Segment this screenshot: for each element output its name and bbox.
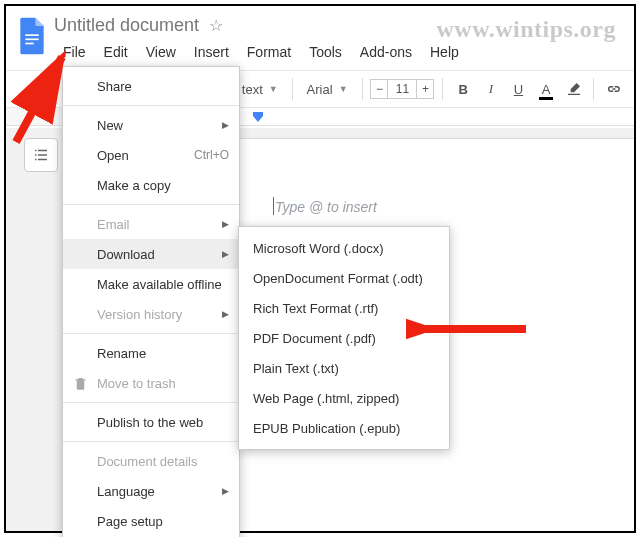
indent-marker-icon[interactable] (253, 110, 263, 126)
download-option-opendocument-format-odt[interactable]: OpenDocument Format (.odt) (239, 263, 449, 293)
menu-separator (63, 333, 239, 334)
menu-tools[interactable]: Tools (300, 40, 351, 64)
download-submenu: Microsoft Word (.docx)OpenDocument Forma… (238, 226, 450, 450)
menu-file[interactable]: File (54, 40, 95, 64)
menu-shortcut: Ctrl+O (194, 148, 229, 162)
font-size-decrease-button[interactable]: − (370, 79, 388, 99)
file-menu-publish-to-the-web[interactable]: Publish to the web (63, 407, 239, 437)
menu-separator (63, 204, 239, 205)
file-menu-version-history: Version history▶ (63, 299, 239, 329)
menu-item-label: Rename (97, 346, 146, 361)
menu-addons[interactable]: Add-ons (351, 40, 421, 64)
underline-button[interactable]: U (507, 75, 531, 103)
trash-icon (71, 374, 89, 392)
menu-item-label: Make available offline (97, 277, 222, 292)
italic-button[interactable]: I (479, 75, 503, 103)
download-option-rich-text-format-rtf[interactable]: Rich Text Format (.rtf) (239, 293, 449, 323)
menu-help[interactable]: Help (421, 40, 468, 64)
svg-rect-2 (25, 43, 33, 45)
text-color-button[interactable]: A (534, 75, 558, 103)
file-menu-document-details: Document details (63, 446, 239, 476)
file-menu-open[interactable]: OpenCtrl+O (63, 140, 239, 170)
toolbar-separator (442, 78, 443, 100)
font-family-label: Arial (307, 82, 333, 97)
document-title[interactable]: Untitled document (54, 15, 199, 36)
text-cursor (273, 197, 274, 215)
download-option-web-page-html-zipped[interactable]: Web Page (.html, zipped) (239, 383, 449, 413)
menu-item-label: Open (97, 148, 129, 163)
file-menu-make-a-copy[interactable]: Make a copy (63, 170, 239, 200)
menu-item-label: Publish to the web (97, 415, 203, 430)
document-outline-button[interactable] (24, 138, 58, 172)
menu-separator (63, 441, 239, 442)
file-menu-language[interactable]: Language▶ (63, 476, 239, 506)
file-menu-share[interactable]: Share (63, 71, 239, 101)
page-placeholder: Type @ to insert (275, 199, 377, 215)
toolbar-separator (593, 78, 594, 100)
chevron-right-icon: ▶ (222, 486, 229, 496)
download-option-pdf-document-pdf[interactable]: PDF Document (.pdf) (239, 323, 449, 353)
menu-item-label: Make a copy (97, 178, 171, 193)
menu-item-label: Version history (97, 307, 182, 322)
chevron-right-icon: ▶ (222, 249, 229, 259)
svg-rect-0 (25, 34, 38, 36)
file-menu-dropdown: ShareNew▶OpenCtrl+OMake a copyEmail▶Down… (62, 66, 240, 537)
app-header: Untitled document ☆ FileEditViewInsertFo… (6, 6, 634, 70)
star-icon[interactable]: ☆ (209, 16, 223, 35)
svg-rect-1 (25, 39, 38, 41)
chevron-right-icon: ▶ (222, 120, 229, 130)
file-menu-new[interactable]: New▶ (63, 110, 239, 140)
download-option-epub-publication-epub[interactable]: EPUB Publication (.epub) (239, 413, 449, 443)
file-menu-rename[interactable]: Rename (63, 338, 239, 368)
menu-item-label: Share (97, 79, 132, 94)
highlight-button[interactable] (562, 75, 586, 103)
menu-view[interactable]: View (137, 40, 185, 64)
file-menu-move-to-trash: Move to trash (63, 368, 239, 398)
menu-item-label: Document details (97, 454, 197, 469)
download-option-plain-text-txt[interactable]: Plain Text (.txt) (239, 353, 449, 383)
docs-logo[interactable] (14, 12, 50, 60)
menu-item-label: Page setup (97, 514, 163, 529)
chevron-down-icon: ▼ (339, 84, 348, 94)
download-option-microsoft-word-docx[interactable]: Microsoft Word (.docx) (239, 233, 449, 263)
menu-item-label: Language (97, 484, 155, 499)
file-menu-download[interactable]: Download▶ (63, 239, 239, 269)
menu-item-label: Move to trash (97, 376, 176, 391)
font-size-stepper: − 11 + (370, 79, 434, 99)
menu-separator (63, 105, 239, 106)
menu-insert[interactable]: Insert (185, 40, 238, 64)
menu-item-label: New (97, 118, 123, 133)
menu-format[interactable]: Format (238, 40, 300, 64)
chevron-down-icon: ▼ (269, 84, 278, 94)
chevron-right-icon: ▶ (222, 309, 229, 319)
file-menu-email: Email▶ (63, 209, 239, 239)
font-size-increase-button[interactable]: + (416, 79, 434, 99)
toolbar-separator (292, 78, 293, 100)
bold-button[interactable]: B (451, 75, 475, 103)
toolbar-separator (362, 78, 363, 100)
chevron-right-icon: ▶ (222, 219, 229, 229)
file-menu-page-setup[interactable]: Page setup (63, 506, 239, 536)
menu-item-label: Download (97, 247, 155, 262)
font-family-select[interactable]: Arial ▼ (301, 75, 354, 103)
insert-link-button[interactable] (602, 75, 626, 103)
font-size-value[interactable]: 11 (388, 79, 416, 99)
menu-item-label: Email (97, 217, 130, 232)
file-menu-make-available-offline[interactable]: Make available offline (63, 269, 239, 299)
menubar: FileEditViewInsertFormatToolsAdd-onsHelp (54, 40, 626, 64)
menu-separator (63, 402, 239, 403)
menu-edit[interactable]: Edit (95, 40, 137, 64)
